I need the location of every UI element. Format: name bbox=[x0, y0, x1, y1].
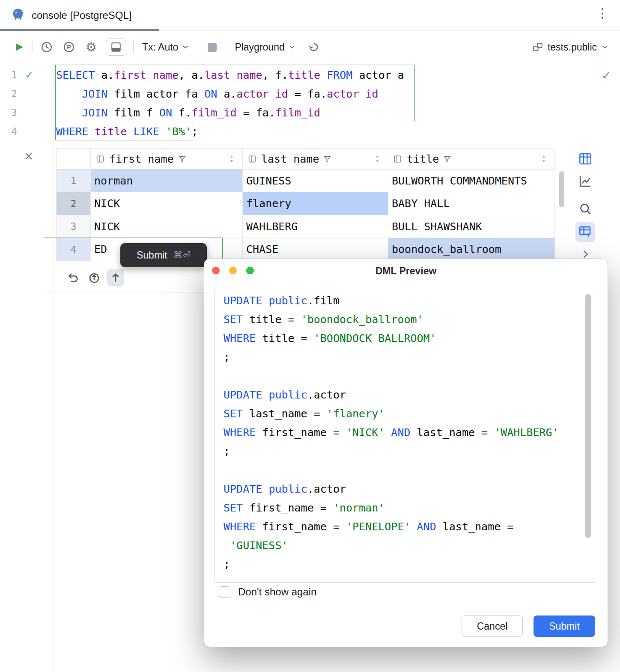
playground-dropdown[interactable]: Playground bbox=[232, 42, 298, 53]
dml-code-line: ; bbox=[224, 555, 597, 574]
dml-code-line: UPDATE public.film bbox=[224, 291, 597, 310]
editor-line: 2 JOIN film_actor fa ON a.actor_id = fa.… bbox=[0, 84, 620, 103]
grid-cell[interactable]: NICK bbox=[91, 192, 243, 215]
dont-show-row: Don't show again bbox=[219, 586, 316, 598]
chevron-down-icon bbox=[601, 43, 609, 51]
code-text: SELECT a.first_name, a.last_name, f.titl… bbox=[56, 69, 404, 81]
row-number[interactable]: 2 bbox=[57, 192, 91, 215]
tab-console[interactable]: console [PostgreSQL] bbox=[10, 0, 131, 31]
run-icon[interactable] bbox=[11, 39, 27, 55]
dml-code-line: ; bbox=[224, 348, 597, 367]
editor-line: 4 WHERE title LIKE 'B%'; bbox=[0, 122, 620, 141]
dml-preview-dialog: DML Preview UPDATE public.filmSET title … bbox=[204, 259, 608, 647]
tooltip-shortcut: ⌘⏎ bbox=[173, 250, 191, 261]
settings-gear-icon[interactable]: ⚙ bbox=[83, 39, 99, 55]
grid-cell[interactable]: BABY HALL bbox=[388, 192, 555, 215]
session-icon[interactable] bbox=[306, 39, 322, 55]
svg-text:P: P bbox=[67, 44, 71, 51]
grid-cell[interactable]: GUINESS bbox=[243, 169, 388, 192]
grid-cell[interactable]: NICK bbox=[91, 215, 243, 238]
filter-icon[interactable] bbox=[443, 155, 451, 163]
editor-line: 1 ✓ SELECT a.first_name, a.last_name, f.… bbox=[0, 65, 620, 84]
tooltip-label: Submit bbox=[137, 250, 167, 261]
active-tab-indicator bbox=[0, 29, 159, 31]
in-editor-results-toggle[interactable] bbox=[106, 39, 126, 56]
upload-icon[interactable] bbox=[107, 269, 124, 286]
filter-icon[interactable] bbox=[323, 155, 331, 163]
stop-icon[interactable] bbox=[204, 39, 220, 55]
dont-show-label: Don't show again bbox=[238, 586, 316, 598]
grid-cell[interactable]: flanery bbox=[243, 192, 388, 215]
grid-cell[interactable]: boondock_ballroom bbox=[388, 238, 555, 261]
data-source-icon bbox=[532, 42, 543, 53]
results-scrollbar[interactable] bbox=[559, 171, 564, 207]
dml-code-line: SET title = 'boondock_ballroom' bbox=[224, 310, 597, 329]
console-toolbar: P ⚙ Tx: Auto Playground tests.public bbox=[0, 32, 620, 62]
grid-cell[interactable]: CHASE bbox=[243, 238, 388, 261]
kebab-menu-icon[interactable]: ⋮ bbox=[596, 7, 609, 20]
table-view-icon[interactable] bbox=[575, 149, 595, 169]
toolbar-divider bbox=[226, 41, 226, 53]
sql-editor[interactable]: 1 ✓ SELECT a.first_name, a.last_name, f.… bbox=[0, 62, 620, 149]
dialog-scrollbar[interactable] bbox=[585, 294, 591, 538]
playground-label: Playground bbox=[235, 42, 284, 53]
dont-show-checkbox[interactable] bbox=[219, 586, 230, 598]
grid-cell[interactable]: BULL SHAWSHANK bbox=[388, 215, 555, 238]
submit-button[interactable]: Submit bbox=[534, 616, 595, 637]
grid-cell[interactable]: WAHLBERG bbox=[243, 215, 388, 238]
row-number[interactable]: 1 bbox=[57, 169, 91, 192]
column-header-first-name[interactable]: first_name bbox=[91, 149, 243, 169]
close-icon[interactable] bbox=[22, 150, 35, 163]
export-filter-icon[interactable] bbox=[575, 222, 595, 242]
find-icon[interactable] bbox=[575, 199, 595, 219]
code-text: JOIN film f ON f.film_id = fa.film_id bbox=[56, 107, 320, 119]
schema-selector[interactable]: tests.public bbox=[532, 42, 609, 53]
column-header-title[interactable]: title bbox=[388, 149, 555, 169]
code-text: WHERE title LIKE 'B%'; bbox=[56, 125, 198, 138]
line-number: 3 bbox=[11, 107, 27, 118]
column-icon bbox=[393, 155, 402, 164]
grid-corner[interactable] bbox=[57, 149, 91, 169]
dml-code-panel: UPDATE public.filmSET title = 'boondock_… bbox=[215, 290, 597, 583]
column-header-last-name[interactable]: last_name bbox=[243, 149, 388, 169]
dml-code-line: SET last_name = 'flanery' bbox=[224, 404, 597, 423]
row-number[interactable]: 3 bbox=[57, 215, 91, 238]
chart-view-icon[interactable] bbox=[575, 171, 595, 191]
history-icon[interactable] bbox=[39, 39, 54, 55]
schema-label: tests.public bbox=[548, 42, 597, 53]
revert-icon[interactable] bbox=[64, 269, 81, 286]
submit-tooltip: Submit ⌘⏎ bbox=[120, 243, 207, 267]
editor-line: 3 JOIN film f ON f.film_id = fa.film_id bbox=[0, 103, 620, 122]
tx-mode-dropdown[interactable]: Tx: Auto bbox=[140, 42, 192, 53]
grid-cell[interactable]: norman bbox=[91, 169, 243, 192]
line-number: 4 bbox=[11, 126, 27, 137]
app-window: console [PostgreSQL] ⋮ P ⚙ Tx: Auto bbox=[0, 0, 620, 672]
postgresql-icon bbox=[10, 7, 26, 24]
titlebar: console [PostgreSQL] ⋮ bbox=[0, 0, 620, 31]
execution-plan-icon[interactable]: P bbox=[61, 39, 77, 55]
column-name: title bbox=[407, 153, 439, 165]
toolbar-divider bbox=[33, 41, 33, 53]
column-icon bbox=[248, 155, 257, 164]
sort-icon[interactable] bbox=[229, 154, 235, 164]
row-number[interactable]: 4 bbox=[57, 238, 91, 261]
submit-to-database-icon[interactable] bbox=[86, 269, 103, 286]
line-number: 2 bbox=[11, 88, 27, 99]
tx-mode-label: Tx: Auto bbox=[142, 42, 178, 53]
line-number: 1 bbox=[11, 69, 27, 80]
grid-cell[interactable]: BULWORTH COMMANDMENTS bbox=[388, 169, 555, 192]
chevron-down-icon bbox=[288, 43, 296, 51]
dml-code-line: UPDATE public.actor bbox=[224, 386, 597, 404]
dml-code-line bbox=[224, 367, 597, 386]
cancel-button[interactable]: Cancel bbox=[462, 616, 523, 637]
column-icon bbox=[96, 155, 105, 164]
column-name: first_name bbox=[109, 153, 174, 165]
dml-code-line: WHERE title = 'BOONDOCK BALLROOM' bbox=[224, 329, 597, 348]
sort-icon[interactable] bbox=[374, 154, 380, 164]
tab-title: console [PostgreSQL] bbox=[32, 9, 131, 21]
dml-code-line: UPDATE public.actor bbox=[224, 480, 597, 499]
sort-icon[interactable] bbox=[541, 154, 547, 164]
dml-code-line: SET first_name = 'norman' bbox=[224, 499, 597, 517]
dml-code-line bbox=[224, 461, 597, 480]
filter-icon[interactable] bbox=[178, 155, 186, 163]
